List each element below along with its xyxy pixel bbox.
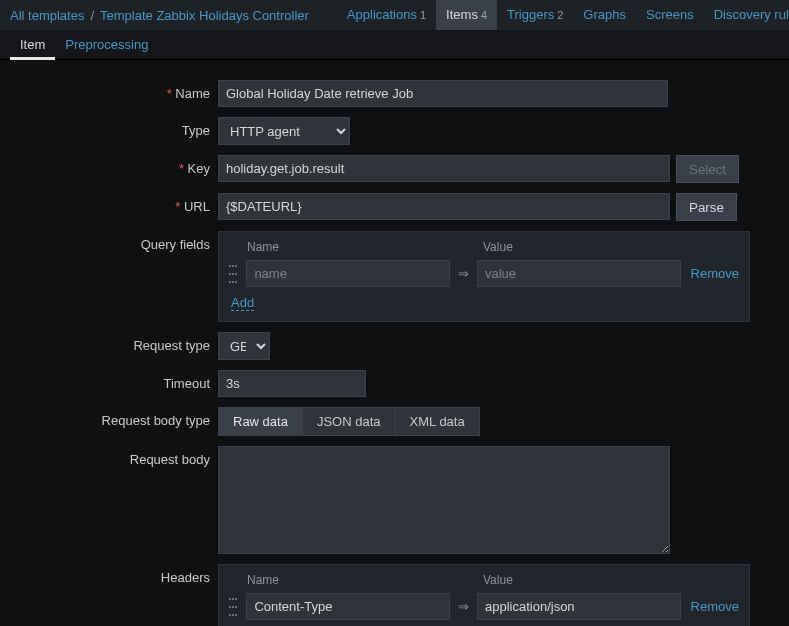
label-query-fields: Query fields (0, 231, 218, 252)
select-button[interactable]: Select (676, 155, 739, 183)
label-name: Name (0, 80, 218, 101)
top-bar: All templates / Template Zabbix Holidays… (0, 0, 789, 30)
label-url: URL (0, 193, 218, 214)
query-field-add-link[interactable]: Add (231, 295, 254, 311)
query-field-value-input[interactable] (477, 260, 681, 287)
label-request-body-type: Request body type (0, 407, 218, 428)
nav-item-items[interactable]: Items4 (436, 0, 497, 30)
qf-col-name: Name (247, 240, 483, 254)
header-value-input[interactable] (477, 593, 681, 620)
url-input[interactable] (218, 193, 670, 220)
query-fields-block: Name Value ⇒ Remove Add (218, 231, 750, 322)
qf-col-value: Value (483, 240, 513, 254)
label-headers: Headers (0, 564, 218, 585)
module-nav: Applications1Items4Triggers2GraphsScreen… (337, 0, 789, 30)
parse-button[interactable]: Parse (676, 193, 737, 221)
drag-handle-icon[interactable] (229, 265, 240, 283)
label-request-type: Request type (0, 332, 218, 353)
breadcrumb-sep: / (90, 8, 94, 23)
sub-tabs: Item Preprocessing (0, 30, 789, 60)
headers-block: Name Value ⇒ Remove Add (218, 564, 750, 626)
type-select[interactable]: HTTP agent (218, 117, 350, 145)
request-body-textarea[interactable] (218, 446, 670, 554)
request-type-select[interactable]: GET (218, 332, 270, 360)
nav-count: 2 (557, 9, 563, 21)
breadcrumb-current[interactable]: Template Zabbix Holidays Controller (100, 8, 309, 23)
nav-item-discovery-rules[interactable]: Discovery rules (704, 0, 789, 30)
body-type-json[interactable]: JSON data (303, 408, 396, 435)
query-field-remove-link[interactable]: Remove (691, 266, 739, 281)
body-type-raw[interactable]: Raw data (219, 408, 303, 435)
query-field-name-input[interactable] (246, 260, 450, 287)
label-request-body: Request body (0, 446, 218, 467)
nav-count: 4 (481, 9, 487, 21)
nav-item-applications[interactable]: Applications1 (337, 0, 436, 30)
label-type: Type (0, 117, 218, 138)
body-type-xml[interactable]: XML data (396, 408, 479, 435)
nav-item-screens[interactable]: Screens (636, 0, 704, 30)
item-form: Name Type HTTP agent Key Select URL Pars… (0, 60, 789, 626)
hdr-col-value: Value (483, 573, 513, 587)
breadcrumb-root[interactable]: All templates (10, 8, 84, 23)
timeout-input[interactable] (218, 370, 366, 397)
header-row: ⇒ Remove (229, 593, 739, 620)
name-input[interactable] (218, 80, 668, 107)
hdr-col-name: Name (247, 573, 483, 587)
header-name-input[interactable] (246, 593, 450, 620)
nav-count: 1 (420, 9, 426, 21)
tab-preprocessing[interactable]: Preprocessing (55, 30, 158, 59)
key-input[interactable] (218, 155, 670, 182)
query-field-row: ⇒ Remove (229, 260, 739, 287)
nav-item-graphs[interactable]: Graphs (573, 0, 636, 30)
arrow-icon: ⇒ (458, 599, 469, 614)
label-key: Key (0, 155, 218, 176)
arrow-icon: ⇒ (458, 266, 469, 281)
drag-handle-icon[interactable] (229, 598, 240, 616)
header-remove-link[interactable]: Remove (691, 599, 739, 614)
label-timeout: Timeout (0, 370, 218, 391)
request-body-type-segment: Raw data JSON data XML data (218, 407, 480, 436)
nav-item-triggers[interactable]: Triggers2 (497, 0, 573, 30)
tab-item[interactable]: Item (10, 30, 55, 60)
